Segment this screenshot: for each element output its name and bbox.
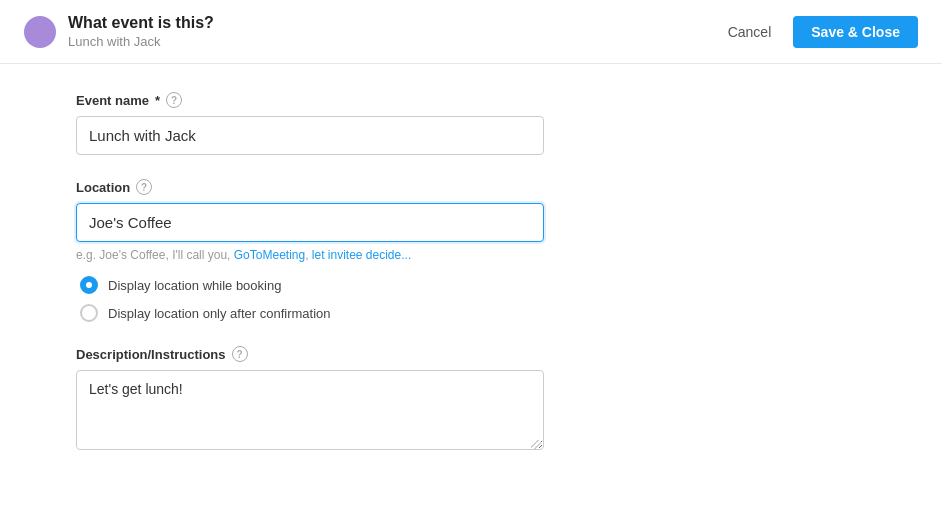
header-title: What event is this? xyxy=(68,14,214,32)
event-name-input[interactable] xyxy=(76,116,544,155)
radio-display-confirmation-label: Display location only after confirmation xyxy=(108,306,331,321)
location-hint: e.g. Joe's Coffee, I'll call you, GoToMe… xyxy=(76,248,544,262)
radio-display-confirmation-input[interactable] xyxy=(80,304,98,322)
radio-display-booking-input[interactable] xyxy=(80,276,98,294)
header-left: What event is this? Lunch with Jack xyxy=(24,14,214,49)
radio-display-booking[interactable]: Display location while booking xyxy=(80,276,544,294)
avatar xyxy=(24,16,56,48)
event-name-label: Event name * ? xyxy=(76,92,544,108)
header-subtitle: Lunch with Jack xyxy=(68,34,214,49)
location-group: Location ? e.g. Joe's Coffee, I'll call … xyxy=(76,179,544,322)
header-text-group: What event is this? Lunch with Jack xyxy=(68,14,214,49)
form-content: Event name * ? Location ? e.g. Joe's Cof… xyxy=(0,64,620,505)
radio-display-confirmation[interactable]: Display location only after confirmation xyxy=(80,304,544,322)
description-help-icon[interactable]: ? xyxy=(232,346,248,362)
cancel-button[interactable]: Cancel xyxy=(718,18,782,46)
location-help-icon[interactable]: ? xyxy=(136,179,152,195)
event-name-help-icon[interactable]: ? xyxy=(166,92,182,108)
description-group: Description/Instructions ? Let's get lun… xyxy=(76,346,544,453)
location-input[interactable] xyxy=(76,203,544,242)
header: What event is this? Lunch with Jack Canc… xyxy=(0,0,942,64)
location-label: Location ? xyxy=(76,179,544,195)
save-close-button[interactable]: Save & Close xyxy=(793,16,918,48)
radio-display-booking-label: Display location while booking xyxy=(108,278,281,293)
description-textarea-wrapper: Let's get lunch! xyxy=(76,370,544,453)
let-invitee-decide-link[interactable]: let invitee decide... xyxy=(312,248,411,262)
location-radio-group: Display location while booking Display l… xyxy=(76,276,544,322)
description-label: Description/Instructions ? xyxy=(76,346,544,362)
gotomeeting-link[interactable]: GoToMeeting xyxy=(234,248,305,262)
description-textarea[interactable]: Let's get lunch! xyxy=(76,370,544,450)
event-name-group: Event name * ? xyxy=(76,92,544,155)
header-actions: Cancel Save & Close xyxy=(718,16,918,48)
